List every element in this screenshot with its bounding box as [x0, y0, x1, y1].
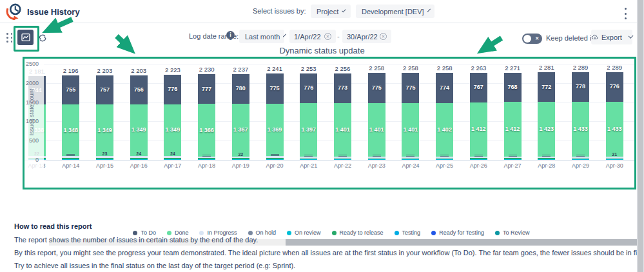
bar-Apr-19[interactable]: 7801 367: [232, 74, 249, 160]
bar-Apr-27[interactable]: 7681 412: [504, 73, 522, 160]
bar-total-label: 2 196: [57, 67, 85, 74]
bar-Apr-17[interactable]: 7761 349: [164, 75, 181, 160]
bar-small-segment-label-overlap: [373, 153, 381, 157]
legend-item-on-hold[interactable]: On hold: [248, 229, 277, 236]
legend-dot: [167, 231, 171, 235]
date-from-field[interactable]: 1/Apr/22 ✕: [289, 30, 336, 43]
bar-Apr-22[interactable]: 7731 401: [334, 73, 351, 160]
segment-todo-value: 772: [533, 84, 560, 90]
legend-item-in-progress[interactable]: In Progress: [199, 229, 237, 236]
segment-minor-stripe: [198, 159, 215, 160]
bar-total-label: 2 256: [328, 65, 356, 72]
bar-Apr-28[interactable]: 7721 423: [538, 72, 555, 160]
segment-todo-value: 768: [500, 84, 526, 90]
bar-Apr-21[interactable]: 7761 397: [300, 73, 317, 160]
segment-done-value: 1 423: [533, 126, 560, 132]
legend-item-to-review[interactable]: To Review: [495, 229, 530, 236]
bar-small-segment-label-overlap: [509, 153, 517, 157]
bar-small-segment-label-overlap: [576, 153, 585, 157]
legend-item-done[interactable]: Done: [167, 229, 189, 236]
bar-Apr-29[interactable]: 7781 433: [572, 72, 589, 160]
bar-total-label: 2 263: [464, 64, 493, 72]
segment-todo-value: 776: [159, 86, 186, 92]
more-options-kebab-icon[interactable]: [621, 6, 630, 21]
legend-item-ready-for-testing[interactable]: Ready for Testing: [431, 229, 484, 236]
refresh-icon[interactable]: [38, 34, 47, 43]
bar-Apr-30[interactable]: 7761 433: [606, 72, 623, 160]
bar-small-segment-label-overlap: [66, 153, 75, 156]
keep-deleted-issues-toggle[interactable]: ✕: [522, 34, 542, 44]
segment-done-value: 1 348: [57, 127, 84, 133]
project-selector-dropdown[interactable]: Development [DEV]: [356, 5, 434, 18]
legend-dot: [431, 231, 436, 235]
segment-todo-value: 776: [601, 83, 628, 90]
bar-total-label: 2 258: [431, 64, 459, 72]
x-axis-label: Apr-19: [226, 162, 255, 169]
bar-Apr-15[interactable]: 7571 349: [96, 75, 113, 160]
bar-total-label: 2 271: [498, 64, 527, 72]
vertical-scrollbar-thumb[interactable]: [638, 0, 643, 272]
legend-item-to-do[interactable]: To Do: [133, 229, 156, 236]
howto-paragraph: Try to achieve all issues in the final s…: [14, 262, 633, 269]
legend-item-testing[interactable]: Testing: [395, 229, 421, 236]
drag-handle-icon[interactable]: [6, 33, 14, 43]
x-axis-label: Apr-14: [56, 162, 86, 169]
legend-label: On hold: [256, 229, 277, 236]
segment-minor-stripe: [538, 159, 555, 160]
select-issues-by-dropdown[interactable]: Project: [311, 5, 351, 18]
bar-total-label: 2 223: [159, 66, 187, 73]
segment-todo-value: 756: [126, 86, 152, 93]
legend-item-ready-to-release[interactable]: Ready to release: [332, 229, 384, 236]
legend-label: On review: [295, 229, 321, 236]
bar-Apr-14[interactable]: 7551 348: [62, 75, 79, 160]
bar-small-segment-label-overlap: [338, 153, 347, 157]
select-issues-by-label: Select issues by:: [253, 7, 306, 15]
bar-total-label: 2 289: [600, 64, 629, 71]
chart-view-button[interactable]: [17, 30, 34, 45]
x-axis-label: Apr-15: [90, 162, 119, 169]
clear-date-icon[interactable]: ✕: [380, 33, 387, 40]
legend-item-on-review[interactable]: On review: [287, 229, 321, 236]
chart-title: Dynamic status update: [0, 46, 644, 55]
x-axis-label: Apr-17: [158, 162, 188, 169]
bar-Apr-24[interactable]: 7751 401: [402, 73, 419, 160]
date-preset-dropdown[interactable]: Last month: [239, 30, 284, 43]
date-from-value: 1/Apr/22: [294, 33, 321, 41]
x-axis-label: Apr-20: [260, 162, 289, 169]
segment-todo-value: 774: [431, 84, 458, 91]
bar-small-segment-label-overlap: [542, 153, 551, 157]
legend-dot: [133, 231, 137, 235]
legend-dot: [199, 231, 204, 235]
bar-Apr-26[interactable]: 7671 412: [470, 73, 487, 160]
bar-Apr-20[interactable]: 7751 369: [266, 73, 284, 160]
segment-minor-stripe: [164, 159, 181, 160]
x-axis-label: Apr-24: [396, 162, 425, 169]
segment-done-value: 1 433: [567, 126, 594, 132]
page-title: Issue History: [27, 7, 80, 17]
bar-Apr-16[interactable]: 7561 349: [130, 75, 148, 160]
export-button[interactable]: Export: [591, 30, 632, 44]
legend-label: In Progress: [207, 229, 237, 236]
segment-minor-stripe: [504, 159, 522, 160]
x-axis-label: Apr-30: [600, 162, 629, 169]
bar-Apr-25[interactable]: 7741 402: [436, 73, 453, 160]
bar-small-segment-label-overlap: [406, 153, 415, 157]
bar-Apr-23[interactable]: 7751 401: [368, 73, 385, 160]
y-tick-label: 2000: [24, 80, 39, 86]
select-issues-by-value: Project: [317, 8, 338, 15]
clear-date-icon[interactable]: ✕: [324, 33, 331, 40]
chevron-down-icon: [427, 9, 431, 12]
date-to-field[interactable]: 30/Apr/22 ✕: [342, 30, 391, 43]
legend-label: Ready to release: [340, 229, 384, 236]
legend-dot: [495, 231, 500, 235]
segment-todo-value: 776: [295, 84, 322, 91]
issue-history-page: Issue History Select issues by: Project …: [0, 0, 644, 272]
plot-area: 7441 3382 18122Apr-137551 3482 196Apr-14…: [24, 59, 634, 188]
legend-label: Done: [175, 229, 189, 236]
info-icon[interactable]: i: [226, 31, 235, 39]
cloud-download-icon: [591, 33, 599, 42]
segment-todo-value: 775: [397, 84, 424, 91]
chevron-down-icon: [283, 34, 286, 37]
x-axis-label: Apr-16: [124, 162, 153, 169]
bar-Apr-18[interactable]: 7771 366: [198, 74, 215, 160]
